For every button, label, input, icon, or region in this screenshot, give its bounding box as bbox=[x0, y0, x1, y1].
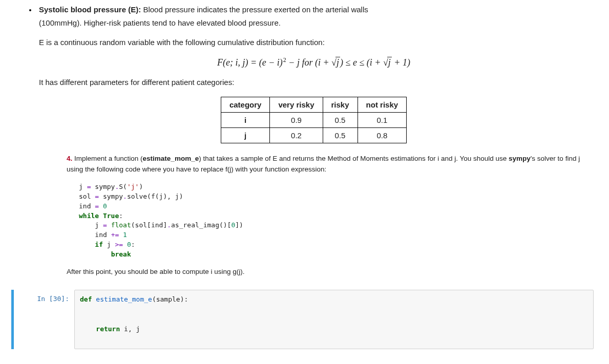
table-header: risky bbox=[323, 97, 358, 113]
intro-text: E is a continuous random variable with t… bbox=[39, 36, 589, 49]
sqrt-arg: j bbox=[335, 57, 340, 68]
formula-mid: − j for bbox=[286, 57, 315, 68]
sqrt-icon: j bbox=[383, 56, 392, 69]
table-cell: 0.5 bbox=[323, 113, 358, 128]
formula-range: (i + bbox=[315, 57, 331, 68]
library-name: sympy bbox=[509, 155, 531, 162]
table-cell: 0.2 bbox=[270, 128, 323, 143]
formula-lhs: F(e; i, j) bbox=[217, 57, 248, 68]
formula-eq: = bbox=[248, 57, 259, 68]
task-text: Implement a function ( bbox=[72, 155, 142, 162]
task-text: ) that takes a sample of E and returns t… bbox=[199, 155, 509, 162]
function-name: estimate_mom_e bbox=[143, 155, 199, 162]
list-item: Systolic blood pressure (E): Blood press… bbox=[37, 3, 589, 277]
table-row-label: j bbox=[221, 128, 270, 143]
cell-prompt: In [30]: bbox=[14, 290, 74, 349]
table-header-row: category very risky risky not risky bbox=[221, 97, 406, 113]
formula: F(e; i, j) = (e − i)2 − j for (i + j) ≤ … bbox=[39, 56, 589, 69]
intro-text: (100mmHg). Higher-risk patients tend to … bbox=[39, 16, 589, 30]
section-title: Systolic blood pressure (E): bbox=[39, 5, 141, 14]
cell-editor[interactable]: def estimate_mom_e(sample): return i, j bbox=[74, 290, 594, 349]
table-header: category bbox=[221, 97, 270, 113]
formula-range: + 1) bbox=[392, 57, 410, 68]
table-header: not risky bbox=[358, 97, 407, 113]
formula-range: ) ≤ e ≤ (i + bbox=[340, 57, 383, 68]
table-cell: 0.9 bbox=[270, 113, 323, 128]
notebook-code-cell[interactable]: In [30]: def estimate_mom_e(sample): ret… bbox=[11, 290, 594, 349]
table-cell: 0.1 bbox=[358, 113, 407, 128]
table-row: j 0.2 0.5 0.8 bbox=[221, 128, 406, 143]
task-text: After this point, you should be able to … bbox=[67, 267, 589, 277]
intro-text: Blood pressure indicates the pressure ex… bbox=[141, 5, 368, 14]
table-cell: 0.8 bbox=[358, 128, 407, 143]
intro-text: It has different parameters for differen… bbox=[39, 76, 589, 89]
task-number: 4. bbox=[67, 155, 72, 162]
sqrt-arg: j bbox=[387, 57, 392, 68]
table-header: very risky bbox=[270, 97, 323, 113]
formula-term: (e − i) bbox=[259, 57, 283, 68]
bullet-list: Systolic blood pressure (E): Blood press… bbox=[37, 3, 589, 277]
sqrt-icon: j bbox=[331, 56, 340, 69]
table-cell: 0.5 bbox=[323, 128, 358, 143]
parameter-table: category very risky risky not risky i 0.… bbox=[221, 97, 407, 143]
intro-paragraph: Systolic blood pressure (E): Blood press… bbox=[39, 3, 589, 16]
task-paragraph: 4. Implement a function (estimate_mom_e)… bbox=[67, 154, 589, 175]
table-row: i 0.9 0.5 0.1 bbox=[221, 113, 406, 128]
table-row-label: i bbox=[221, 113, 270, 128]
code-snippet: j = sympy.S('j') sol = sympy.solve(f(j),… bbox=[79, 182, 589, 260]
notebook-page: Systolic blood pressure (E): Blood press… bbox=[0, 0, 609, 364]
